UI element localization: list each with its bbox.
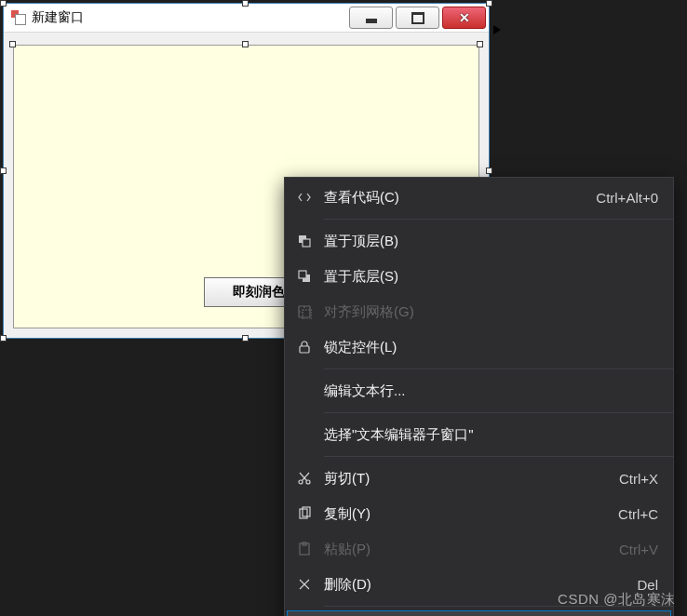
context-menu: 查看代码(C)Ctrl+Alt+0置于顶层(B)置于底层(S)对齐到网格(G)锁… [284, 177, 674, 616]
menu-item[interactable]: 查看代码(C)Ctrl+Alt+0 [285, 180, 673, 215]
lock-icon [285, 340, 324, 355]
resize-handle[interactable] [242, 41, 249, 47]
menu-item[interactable]: 编辑文本行... [285, 373, 673, 408]
paste-icon [285, 542, 324, 556]
menu-item-shortcut: Ctrl+X [619, 471, 658, 487]
menu-item: 粘贴(P)Ctrl+V [285, 531, 673, 567]
delete-icon [285, 577, 324, 592]
resize-handle[interactable] [0, 167, 7, 174]
maximize-icon [411, 12, 424, 24]
resize-handle[interactable] [0, 0, 7, 7]
menu-separator [324, 456, 673, 457]
menu-item[interactable]: 复制(Y)Ctrl+C [285, 496, 673, 531]
menu-item[interactable]: 置于底层(S) [285, 259, 673, 294]
watermark-text: CSDN @北岛寒沫 [558, 591, 676, 609]
menu-item-label: 粘贴(P) [324, 541, 619, 558]
menu-item-label: 查看代码(C) [324, 189, 596, 207]
resize-handle[interactable] [0, 335, 7, 341]
menu-item-label: 编辑文本行... [324, 382, 658, 400]
close-icon: ✕ [459, 10, 470, 25]
resize-handle[interactable] [242, 0, 249, 7]
menu-item-label: 对齐到网格(G) [324, 303, 658, 321]
close-button[interactable]: ✕ [442, 7, 486, 29]
minimize-button[interactable] [349, 7, 393, 29]
menu-separator [324, 368, 673, 369]
svg-rect-3 [299, 271, 306, 278]
svg-point-6 [299, 480, 303, 484]
resize-handle[interactable] [477, 41, 483, 47]
menu-item-label: 复制(Y) [324, 505, 618, 523]
smart-tag-glyph-icon[interactable] [493, 25, 501, 34]
menu-item-shortcut: Del [637, 577, 658, 593]
bring-front-icon [285, 234, 324, 248]
cut-icon [285, 471, 324, 486]
svg-rect-1 [303, 239, 310, 247]
menu-separator [324, 219, 673, 220]
title-bar: 新建窗口 ✕ [4, 4, 489, 33]
svg-point-7 [306, 480, 310, 484]
maximize-button[interactable] [396, 7, 439, 29]
menu-item: 对齐到网格(G) [285, 294, 673, 329]
app-icon [11, 10, 26, 25]
resize-handle[interactable] [486, 0, 492, 7]
menu-item-shortcut: Ctrl+C [618, 506, 658, 522]
send-back-icon [285, 269, 324, 284]
menu-item[interactable]: 锁定控件(L) [285, 329, 673, 365]
resize-handle[interactable] [242, 335, 249, 341]
code-icon [285, 190, 324, 205]
menu-item-label: 置于顶层(B) [324, 233, 658, 250]
menu-item[interactable]: 属性(R) [287, 610, 671, 616]
menu-item-label: 置于底层(S) [324, 268, 658, 286]
resize-handle[interactable] [486, 167, 492, 174]
copy-icon [285, 506, 324, 521]
menu-separator [324, 412, 673, 413]
minimize-icon [366, 19, 377, 23]
menu-item-label: 剪切(T) [324, 470, 619, 488]
grid-icon [285, 304, 324, 319]
menu-item-label: 选择"文本编辑器子窗口" [324, 426, 658, 444]
menu-item-label: 锁定控件(L) [324, 339, 658, 356]
button-text: 即刻润色 [233, 284, 285, 299]
resize-handle[interactable] [9, 41, 16, 47]
menu-item[interactable]: 选择"文本编辑器子窗口" [285, 417, 673, 452]
menu-item[interactable]: 剪切(T)Ctrl+X [285, 461, 673, 496]
menu-item-shortcut: Ctrl+V [619, 542, 658, 557]
window-title: 新建窗口 [32, 9, 349, 26]
menu-item[interactable]: 置于顶层(B) [285, 223, 673, 259]
menu-item-shortcut: Ctrl+Alt+0 [596, 190, 658, 206]
svg-rect-5 [300, 346, 309, 353]
